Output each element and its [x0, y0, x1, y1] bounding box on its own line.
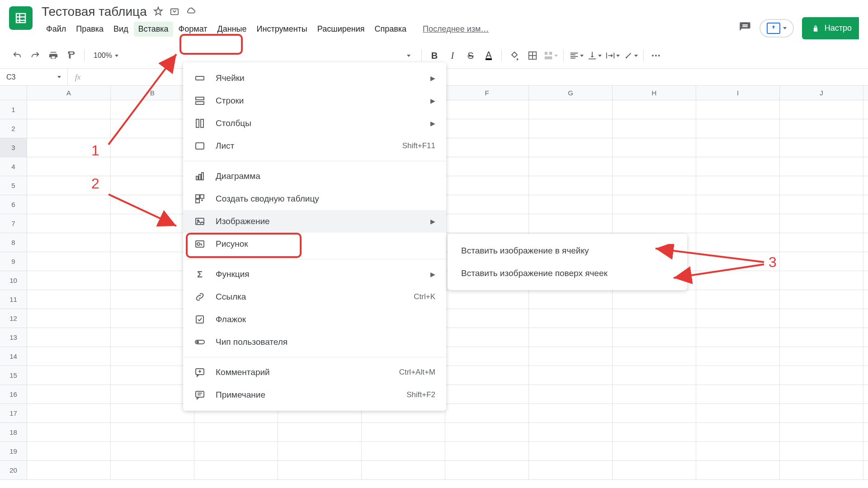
cell[interactable]	[111, 442, 194, 460]
cell[interactable]	[27, 252, 111, 271]
cell[interactable]	[529, 214, 613, 233]
menu-insert[interactable]: Вставка	[134, 22, 173, 37]
cell[interactable]	[613, 195, 696, 214]
comments-button[interactable]	[739, 21, 751, 35]
cell[interactable]	[529, 309, 613, 328]
col-header[interactable]: G	[529, 86, 613, 100]
cell[interactable]	[445, 157, 529, 176]
cell[interactable]	[780, 309, 863, 328]
cell[interactable]	[780, 100, 863, 119]
cell[interactable]	[529, 195, 613, 214]
menu-view[interactable]: Вид	[109, 22, 133, 37]
cell[interactable]	[111, 309, 194, 328]
submenu-insert-image-over-cells[interactable]: Вставить изображение поверх ячеек	[448, 262, 687, 285]
cell[interactable]	[529, 100, 613, 119]
cell[interactable]	[27, 461, 111, 479]
menu-item-comment[interactable]: КомментарийCtrl+Alt+M	[183, 361, 446, 384]
cell[interactable]	[780, 214, 863, 233]
cell[interactable]	[27, 347, 111, 366]
row-header[interactable]: 1	[0, 100, 27, 119]
cell[interactable]	[27, 271, 111, 290]
cell[interactable]	[445, 290, 529, 309]
cell[interactable]	[27, 195, 111, 214]
cell[interactable]	[445, 328, 529, 347]
row-header[interactable]: 11	[0, 290, 27, 309]
cell[interactable]	[111, 366, 194, 385]
menu-item-pivot[interactable]: Создать сводную таблицу	[183, 188, 446, 210]
cell[interactable]	[445, 461, 529, 479]
menu-tools[interactable]: Инструменты	[252, 22, 312, 37]
cell[interactable]	[278, 442, 362, 460]
cell[interactable]	[696, 461, 780, 479]
cell[interactable]	[529, 366, 613, 385]
share-button[interactable]: Настро	[802, 17, 859, 39]
cell[interactable]	[27, 423, 111, 441]
cell[interactable]	[111, 138, 194, 157]
cell[interactable]	[696, 385, 780, 404]
cell[interactable]	[529, 461, 613, 479]
cell[interactable]	[111, 271, 194, 290]
cell[interactable]	[27, 100, 111, 119]
menu-item-chip[interactable]: Чип пользователя	[183, 331, 446, 353]
cell[interactable]	[111, 290, 194, 309]
cell[interactable]	[780, 385, 863, 404]
cell[interactable]	[529, 385, 613, 404]
row-header[interactable]: 19	[0, 442, 27, 461]
move-icon[interactable]	[170, 6, 179, 18]
cell[interactable]	[111, 404, 194, 422]
col-header[interactable]: F	[445, 86, 529, 100]
cell[interactable]	[696, 271, 780, 290]
cell[interactable]	[613, 328, 696, 347]
menu-item-drawing[interactable]: Рисунок	[183, 233, 446, 255]
cell[interactable]	[111, 195, 194, 214]
row-header[interactable]: 17	[0, 404, 27, 423]
menu-format[interactable]: Формат	[174, 22, 212, 37]
menu-item-cells[interactable]: Ячейки▶	[183, 67, 446, 89]
row-header[interactable]: 14	[0, 347, 27, 366]
menu-item-checkbox[interactable]: Флажок	[183, 308, 446, 331]
menu-edit[interactable]: Правка	[71, 22, 108, 37]
cell[interactable]	[696, 309, 780, 328]
v-align-button[interactable]	[586, 47, 603, 64]
cell[interactable]	[696, 233, 780, 252]
cell[interactable]	[278, 423, 362, 441]
cell[interactable]	[613, 366, 696, 385]
cell[interactable]	[696, 347, 780, 366]
cell[interactable]	[445, 176, 529, 195]
cell[interactable]	[780, 119, 863, 138]
cell[interactable]	[445, 347, 529, 366]
row-header[interactable]: 10	[0, 271, 27, 290]
cell[interactable]	[111, 461, 194, 479]
cell[interactable]	[780, 404, 863, 422]
cell[interactable]	[696, 157, 780, 176]
cell[interactable]	[696, 100, 780, 119]
cell[interactable]	[696, 423, 780, 441]
cell[interactable]	[696, 252, 780, 271]
cell[interactable]	[529, 423, 613, 441]
cell[interactable]	[613, 385, 696, 404]
cell[interactable]	[780, 252, 863, 271]
cell[interactable]	[696, 214, 780, 233]
cell[interactable]	[780, 347, 863, 366]
row-header[interactable]: 7	[0, 214, 27, 233]
merge-button[interactable]	[542, 47, 559, 64]
menu-item-link[interactable]: СсылкаCtrl+K	[183, 286, 446, 308]
cell[interactable]	[696, 138, 780, 157]
cell[interactable]	[696, 328, 780, 347]
fill-color-button[interactable]	[506, 47, 523, 64]
submenu-insert-image-in-cell[interactable]: Вставить изображение в ячейку	[448, 239, 687, 262]
row-header[interactable]: 8	[0, 233, 27, 252]
select-all-corner[interactable]	[0, 86, 27, 100]
row-header[interactable]: 18	[0, 423, 27, 442]
row-header[interactable]: 13	[0, 328, 27, 347]
cell[interactable]	[194, 442, 278, 460]
row-header[interactable]: 5	[0, 176, 27, 195]
menu-item-rows[interactable]: Строки▶	[183, 89, 446, 112]
cell[interactable]	[445, 119, 529, 138]
cell[interactable]	[111, 233, 194, 252]
cell[interactable]	[613, 100, 696, 119]
cell[interactable]	[445, 366, 529, 385]
cell[interactable]	[529, 138, 613, 157]
cell[interactable]	[111, 328, 194, 347]
cell[interactable]	[445, 442, 529, 460]
